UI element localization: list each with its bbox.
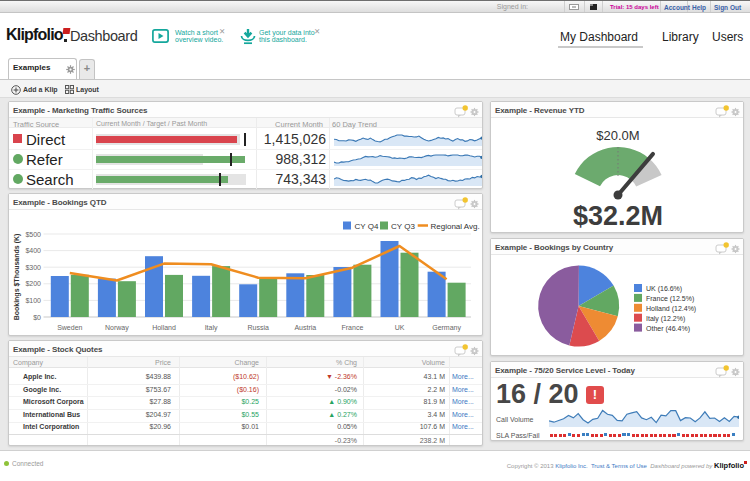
svg-text:France (12.5%): France (12.5%) <box>646 295 694 303</box>
svg-text:$300: $300 <box>25 264 41 271</box>
svg-text:Holland: Holland <box>152 324 176 331</box>
svg-text:Austria: Austria <box>294 324 316 331</box>
svg-text:$32.2M: $32.2M <box>573 201 663 231</box>
svg-text:UK: UK <box>395 324 405 331</box>
svg-text:CY Q3: CY Q3 <box>391 222 415 231</box>
svg-text:Germany: Germany <box>432 324 461 332</box>
svg-text:Norway: Norway <box>105 324 129 332</box>
svg-text:Italy (12.2%): Italy (12.2%) <box>646 315 685 323</box>
svg-text:$500: $500 <box>25 231 41 238</box>
svg-text:$200: $200 <box>25 280 41 287</box>
svg-text:Holland (12.4%): Holland (12.4%) <box>646 305 696 313</box>
svg-text:$20.0M: $20.0M <box>596 128 639 143</box>
svg-text:CY Q4: CY Q4 <box>355 222 379 231</box>
svg-text:Bookings $Thousands (K): Bookings $Thousands (K) <box>13 234 21 321</box>
svg-text:Italy: Italy <box>205 324 218 332</box>
svg-text:Russia: Russia <box>247 324 269 331</box>
svg-text:$0: $0 <box>33 314 41 321</box>
svg-text:UK (16.6%): UK (16.6%) <box>646 285 682 293</box>
svg-text:Sweden: Sweden <box>57 324 82 331</box>
svg-text:Other (46.4%): Other (46.4%) <box>646 325 690 333</box>
svg-text:$400: $400 <box>25 247 41 254</box>
svg-text:Regional Avg.: Regional Avg. <box>431 222 480 231</box>
svg-text:France: France <box>342 324 364 331</box>
svg-text:$100: $100 <box>25 297 41 304</box>
